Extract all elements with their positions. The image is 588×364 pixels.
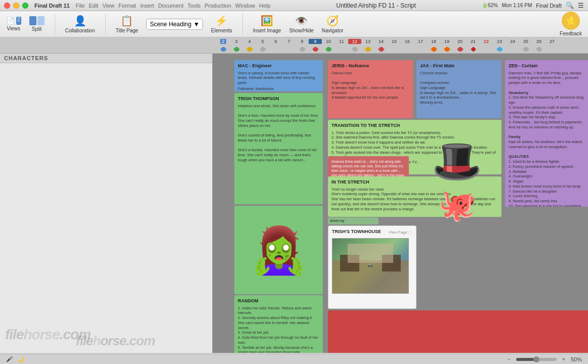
ruler: 2 3 4 5 6 7 8 9 10 11 12 13 14 15 16 17 … (0, 37, 588, 54)
split-label: Split (32, 26, 41, 32)
character-drawing: 🧟‍♀️ (250, 228, 307, 273)
menu-tools[interactable]: Tools (188, 3, 201, 9)
navigator-icon: 🧭 (326, 15, 339, 27)
bottombar: 🎤 🌙 － ＋ 50% (0, 354, 588, 364)
titlebar: Final Draft 11 File Edit View Format Ins… (0, 0, 588, 11)
card-text: Helpless and afraid. She lacks self-conf… (238, 104, 319, 163)
card-title: JERIS - Nufeance (331, 63, 409, 69)
menu-window[interactable]: Window (235, 3, 255, 9)
toolbar-show-hide[interactable]: 👁️ Show/Hide (289, 15, 313, 33)
octopus-hat-illustration: 🎩🐙 (414, 123, 500, 240)
card-driven-by: driven by (328, 217, 379, 224)
show-hide-label: Show/Hide (289, 28, 313, 33)
separator-1 (55, 14, 55, 34)
toolbar-elements[interactable]: ⚡ Elements (211, 15, 232, 33)
toolbar-feedback[interactable]: ⭐ Feedback (560, 12, 582, 36)
scene-heading-text: Scene Heading (150, 21, 191, 28)
menu-format[interactable]: Format (118, 3, 136, 9)
card-text: 1. Hates her kids' friends. Tattoos and … (238, 306, 319, 353)
navigator-label: Navigator (322, 28, 344, 33)
collaboration-icon: 👤 (74, 15, 87, 27)
card-text: Crimson woman.Compass womanSign Language… (420, 71, 498, 105)
menu-help[interactable]: Help (259, 3, 271, 9)
search-icon[interactable]: 🔍 (566, 2, 574, 9)
zoom-level: 50% (571, 356, 582, 362)
characters-header: CHARACTERS (0, 54, 212, 63)
views-label: Views (7, 26, 21, 31)
status-left: 🎤 🌙 (6, 356, 24, 362)
insert-image-label: Insert Image (253, 28, 281, 33)
menu-document[interactable]: Document (158, 3, 183, 9)
zoom-in-icon[interactable]: ＋ (561, 355, 567, 363)
card-menu[interactable]: Flex Page ⬚ (389, 230, 412, 235)
menu-icon[interactable]: ☰ (578, 2, 584, 9)
card-zed[interactable]: ZED - Curtain Daemen man, 2 feet tall. P… (505, 60, 588, 207)
title-page-label: Title Page (116, 28, 139, 33)
card-jax[interactable]: JAX - First Mate Crimson woman.Compass w… (416, 60, 501, 118)
elements-label: Elements (211, 28, 232, 33)
zoom-controls[interactable]: － ＋ 50% (506, 355, 582, 363)
card-title: JAX - First Mate (420, 63, 498, 69)
titlebar-right: 🔋62% Mon 1:16 PM Final Draft 🔍 ☰ (482, 2, 584, 9)
menu-file[interactable]: File (76, 3, 85, 9)
menu-edit[interactable]: Edit (89, 3, 98, 9)
card-trish-thompson[interactable]: TRISH THOMPSON Helpless and afraid. She … (234, 93, 323, 204)
left-panel: CHARACTERS filehorse.com (0, 54, 213, 353)
card-text: She's a cyborg. A human torso with robot… (238, 71, 319, 85)
close-button[interactable] (4, 3, 10, 9)
townhouse-photo: 📷 (332, 238, 409, 294)
minimize-button[interactable] (13, 3, 19, 9)
maximize-button[interactable] (22, 3, 28, 9)
zoom-out-icon[interactable]: － (506, 355, 512, 363)
card-jeris[interactable]: JERIS - Nufeance Odious man.Sign Languag… (328, 60, 413, 118)
card-trishs-townhouse[interactable]: TRISH'S TOWNHOUSE Flex Page ⬚ 📷 (328, 225, 416, 309)
menu-view[interactable]: View (102, 3, 114, 9)
views-icon: 📄 2 (6, 17, 21, 25)
dropdown-arrow-icon: ▼ (193, 21, 199, 28)
moon-icon[interactable]: 🌙 (17, 356, 24, 362)
toolbar-collaboration[interactable]: 👤 Collaboration (65, 15, 95, 33)
split-icon (29, 16, 45, 25)
scene-heading-select[interactable]: Scene Heading ▼ (146, 19, 203, 30)
insert-image-icon: 🖼️ (261, 15, 273, 27)
card-title: MAC - Engineer (238, 63, 319, 69)
menu-production[interactable]: Production (204, 3, 231, 9)
feedback-label: Feedback (560, 31, 582, 36)
card-mac-engineer[interactable]: MAC - Engineer She's a cyborg. A human t… (234, 60, 323, 92)
toolbar: 📄 2 Views Split 👤 Collaboration 📋 Title … (0, 11, 588, 37)
mic-icon[interactable]: 🎤 (6, 356, 13, 362)
card-grid: MAC - Engineer She's a cyborg. A human t… (217, 58, 588, 353)
card-trish-drawing: 🧟‍♀️ (234, 206, 323, 294)
window-title: Untitled Airship FD 11 - Script (271, 2, 482, 9)
bottom-large-panel: 🐉 (328, 310, 588, 353)
app-name: Final Draft 11 (34, 3, 70, 9)
card-title: ZED - Curtain (509, 63, 586, 69)
card-title: TRISH THOMPSON (238, 96, 319, 102)
collaboration-label: Collaboration (65, 28, 95, 33)
toolbar-title-page[interactable]: 📋 Title Page (116, 15, 139, 33)
zoom-slider[interactable] (516, 358, 557, 361)
show-hide-icon: 👁️ (295, 15, 308, 27)
menu-insert[interactable]: Insert (140, 3, 154, 9)
elements-icon: ⚡ (215, 15, 228, 27)
card-random[interactable]: RANDOM 1. Hates her kids' friends. Tatto… (234, 295, 323, 353)
toolbar-navigator[interactable]: 🧭 Navigator (322, 15, 344, 33)
card-title: RANDOM (238, 298, 319, 304)
card-title: TRISH'S TOWNHOUSE (332, 229, 381, 235)
separator-2 (105, 14, 106, 34)
clock: Mon 1:16 PM (502, 3, 532, 8)
toolbar-views[interactable]: 📄 2 Views (6, 17, 21, 31)
separator-3 (242, 14, 243, 34)
canvas-area[interactable]: MAC - Engineer She's a cyborg. A human t… (213, 54, 588, 353)
main-content: CHARACTERS filehorse.com MAC - Engineer … (0, 54, 588, 353)
window-title-right: Final Draft (536, 3, 562, 9)
feedback-icon: ⭐ (562, 12, 580, 30)
toolbar-split[interactable]: Split (29, 16, 45, 32)
traffic-lights[interactable] (4, 3, 28, 9)
zoom-handle[interactable] (533, 356, 539, 362)
card-text: Odious man.Sign LanguageIs always high o… (331, 71, 409, 101)
card-text: Daemen man, 2 feet tall. Pretty guy, alw… (509, 71, 586, 207)
toolbar-insert-image[interactable]: 🖼️ Insert Image (253, 15, 281, 33)
title-page-icon: 📋 (120, 15, 133, 27)
